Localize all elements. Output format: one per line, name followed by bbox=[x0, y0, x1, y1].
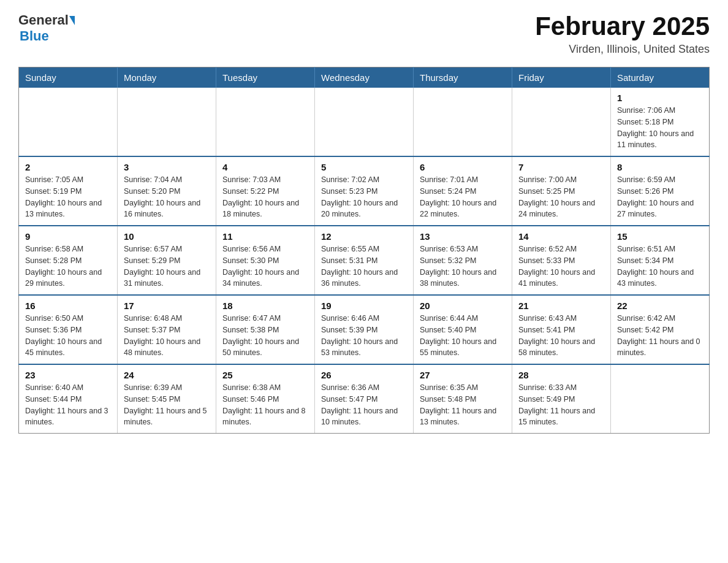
calendar-header-row: SundayMondayTuesdayWednesdayThursdayFrid… bbox=[19, 67, 710, 88]
day-number: 16 bbox=[25, 301, 111, 311]
calendar-cell bbox=[611, 364, 710, 434]
calendar-cell: 27Sunrise: 6:35 AMSunset: 5:48 PMDayligh… bbox=[414, 364, 512, 434]
calendar-cell: 26Sunrise: 6:36 AMSunset: 5:47 PMDayligh… bbox=[315, 364, 414, 434]
logo-general: General bbox=[18, 12, 69, 28]
day-info: Sunrise: 6:57 AMSunset: 5:29 PMDaylight:… bbox=[124, 243, 210, 289]
calendar-week-row: 1Sunrise: 7:06 AMSunset: 5:18 PMDaylight… bbox=[19, 88, 710, 156]
day-info: Sunrise: 6:35 AMSunset: 5:48 PMDaylight:… bbox=[420, 382, 506, 428]
calendar-table: SundayMondayTuesdayWednesdayThursdayFrid… bbox=[18, 67, 710, 434]
day-number: 21 bbox=[518, 301, 604, 311]
day-info: Sunrise: 7:00 AMSunset: 5:25 PMDaylight:… bbox=[518, 174, 604, 220]
day-of-week-header: Thursday bbox=[414, 67, 512, 88]
day-info: Sunrise: 6:33 AMSunset: 5:49 PMDaylight:… bbox=[518, 382, 604, 428]
day-number: 1 bbox=[617, 93, 703, 103]
day-info: Sunrise: 6:50 AMSunset: 5:36 PMDaylight:… bbox=[25, 313, 111, 359]
day-number: 28 bbox=[518, 370, 604, 380]
calendar-cell: 24Sunrise: 6:39 AMSunset: 5:45 PMDayligh… bbox=[118, 364, 216, 434]
day-of-week-header: Saturday bbox=[611, 67, 710, 88]
day-info: Sunrise: 6:47 AMSunset: 5:38 PMDaylight:… bbox=[222, 313, 308, 359]
day-info: Sunrise: 6:53 AMSunset: 5:32 PMDaylight:… bbox=[420, 243, 506, 289]
calendar-cell: 18Sunrise: 6:47 AMSunset: 5:38 PMDayligh… bbox=[216, 295, 315, 364]
calendar-cell: 20Sunrise: 6:44 AMSunset: 5:40 PMDayligh… bbox=[414, 295, 512, 364]
day-of-week-header: Wednesday bbox=[315, 67, 414, 88]
calendar-cell: 1Sunrise: 7:06 AMSunset: 5:18 PMDaylight… bbox=[611, 88, 710, 156]
day-number: 24 bbox=[124, 370, 210, 380]
day-number: 25 bbox=[222, 370, 308, 380]
location-title: Virden, Illinois, United States bbox=[535, 43, 710, 56]
day-of-week-header: Friday bbox=[512, 67, 611, 88]
day-info: Sunrise: 6:59 AMSunset: 5:26 PMDaylight:… bbox=[617, 174, 703, 220]
day-of-week-header: Monday bbox=[118, 67, 216, 88]
day-info: Sunrise: 6:46 AMSunset: 5:39 PMDaylight:… bbox=[321, 313, 407, 359]
calendar-cell bbox=[315, 88, 414, 156]
day-info: Sunrise: 7:04 AMSunset: 5:20 PMDaylight:… bbox=[124, 174, 210, 220]
day-number: 5 bbox=[321, 162, 407, 172]
day-info: Sunrise: 6:36 AMSunset: 5:47 PMDaylight:… bbox=[321, 382, 407, 428]
calendar-cell: 17Sunrise: 6:48 AMSunset: 5:37 PMDayligh… bbox=[118, 295, 216, 364]
calendar-cell: 2Sunrise: 7:05 AMSunset: 5:19 PMDaylight… bbox=[19, 156, 118, 226]
calendar-cell: 16Sunrise: 6:50 AMSunset: 5:36 PMDayligh… bbox=[19, 295, 118, 364]
day-number: 14 bbox=[518, 231, 604, 242]
day-info: Sunrise: 6:43 AMSunset: 5:41 PMDaylight:… bbox=[518, 313, 604, 359]
day-number: 26 bbox=[321, 370, 407, 380]
calendar-cell: 8Sunrise: 6:59 AMSunset: 5:26 PMDaylight… bbox=[611, 156, 710, 226]
calendar-cell: 14Sunrise: 6:52 AMSunset: 5:33 PMDayligh… bbox=[512, 226, 611, 295]
calendar-cell: 11Sunrise: 6:56 AMSunset: 5:30 PMDayligh… bbox=[216, 226, 315, 295]
calendar-cell: 13Sunrise: 6:53 AMSunset: 5:32 PMDayligh… bbox=[414, 226, 512, 295]
day-number: 10 bbox=[124, 231, 210, 242]
calendar-cell: 22Sunrise: 6:42 AMSunset: 5:42 PMDayligh… bbox=[611, 295, 710, 364]
day-info: Sunrise: 6:48 AMSunset: 5:37 PMDaylight:… bbox=[124, 313, 210, 359]
day-number: 9 bbox=[25, 231, 111, 242]
logo-arrow-icon bbox=[69, 16, 75, 25]
calendar-cell: 6Sunrise: 7:01 AMSunset: 5:24 PMDaylight… bbox=[414, 156, 512, 226]
day-number: 18 bbox=[222, 301, 308, 311]
calendar-week-row: 9Sunrise: 6:58 AMSunset: 5:28 PMDaylight… bbox=[19, 226, 710, 295]
calendar-cell bbox=[19, 88, 118, 156]
calendar-week-row: 23Sunrise: 6:40 AMSunset: 5:44 PMDayligh… bbox=[19, 364, 710, 434]
calendar-week-row: 16Sunrise: 6:50 AMSunset: 5:36 PMDayligh… bbox=[19, 295, 710, 364]
day-number: 20 bbox=[420, 301, 506, 311]
calendar-cell bbox=[216, 88, 315, 156]
day-info: Sunrise: 6:40 AMSunset: 5:44 PMDaylight:… bbox=[25, 382, 111, 428]
day-info: Sunrise: 6:39 AMSunset: 5:45 PMDaylight:… bbox=[124, 382, 210, 428]
day-info: Sunrise: 6:38 AMSunset: 5:46 PMDaylight:… bbox=[222, 382, 308, 428]
calendar-cell bbox=[512, 88, 611, 156]
day-number: 15 bbox=[617, 231, 703, 242]
day-number: 19 bbox=[321, 301, 407, 311]
calendar-cell: 9Sunrise: 6:58 AMSunset: 5:28 PMDaylight… bbox=[19, 226, 118, 295]
day-number: 17 bbox=[124, 301, 210, 311]
page-header: General Blue February 2025 Virden, Illin… bbox=[18, 12, 710, 56]
day-number: 23 bbox=[25, 370, 111, 380]
calendar-cell: 4Sunrise: 7:03 AMSunset: 5:22 PMDaylight… bbox=[216, 156, 315, 226]
calendar-cell bbox=[118, 88, 216, 156]
day-number: 7 bbox=[518, 162, 604, 172]
day-info: Sunrise: 6:44 AMSunset: 5:40 PMDaylight:… bbox=[420, 313, 506, 359]
day-info: Sunrise: 6:51 AMSunset: 5:34 PMDaylight:… bbox=[617, 243, 703, 289]
month-title: February 2025 bbox=[535, 12, 710, 40]
day-info: Sunrise: 6:52 AMSunset: 5:33 PMDaylight:… bbox=[518, 243, 604, 289]
calendar-cell: 5Sunrise: 7:02 AMSunset: 5:23 PMDaylight… bbox=[315, 156, 414, 226]
calendar-cell: 25Sunrise: 6:38 AMSunset: 5:46 PMDayligh… bbox=[216, 364, 315, 434]
calendar-cell: 7Sunrise: 7:00 AMSunset: 5:25 PMDaylight… bbox=[512, 156, 611, 226]
calendar-cell bbox=[414, 88, 512, 156]
calendar-cell: 15Sunrise: 6:51 AMSunset: 5:34 PMDayligh… bbox=[611, 226, 710, 295]
day-number: 27 bbox=[420, 370, 506, 380]
day-number: 4 bbox=[222, 162, 308, 172]
day-info: Sunrise: 7:06 AMSunset: 5:18 PMDaylight:… bbox=[617, 105, 703, 151]
calendar-cell: 3Sunrise: 7:04 AMSunset: 5:20 PMDaylight… bbox=[118, 156, 216, 226]
day-info: Sunrise: 6:56 AMSunset: 5:30 PMDaylight:… bbox=[222, 243, 308, 289]
day-info: Sunrise: 6:42 AMSunset: 5:42 PMDaylight:… bbox=[617, 313, 703, 359]
calendar-cell: 10Sunrise: 6:57 AMSunset: 5:29 PMDayligh… bbox=[118, 226, 216, 295]
day-number: 6 bbox=[420, 162, 506, 172]
day-number: 3 bbox=[124, 162, 210, 172]
calendar-cell: 21Sunrise: 6:43 AMSunset: 5:41 PMDayligh… bbox=[512, 295, 611, 364]
day-number: 2 bbox=[25, 162, 111, 172]
title-section: February 2025 Virden, Illinois, United S… bbox=[535, 12, 710, 56]
logo: General Blue bbox=[18, 12, 75, 44]
calendar-cell: 28Sunrise: 6:33 AMSunset: 5:49 PMDayligh… bbox=[512, 364, 611, 434]
logo-blue: Blue bbox=[20, 28, 49, 44]
day-number: 13 bbox=[420, 231, 506, 242]
day-of-week-header: Tuesday bbox=[216, 67, 315, 88]
day-info: Sunrise: 7:01 AMSunset: 5:24 PMDaylight:… bbox=[420, 174, 506, 220]
day-info: Sunrise: 7:03 AMSunset: 5:22 PMDaylight:… bbox=[222, 174, 308, 220]
